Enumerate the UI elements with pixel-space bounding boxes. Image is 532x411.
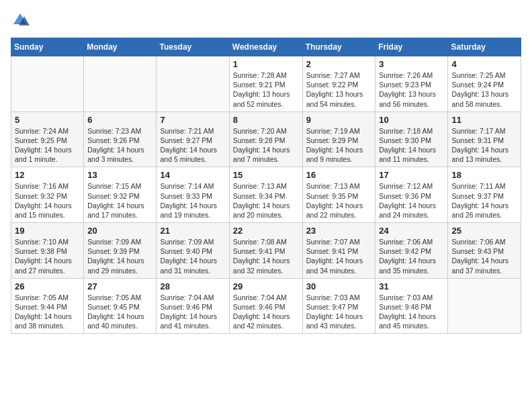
calendar-cell: 18Sunrise: 7:11 AMSunset: 9:37 PMDayligh… (448, 167, 521, 223)
calendar-cell: 2Sunrise: 7:27 AMSunset: 9:22 PMDaylight… (302, 56, 375, 112)
day-number: 9 (306, 115, 372, 125)
day-info: Sunrise: 7:18 AMSunset: 9:30 PMDaylight:… (379, 126, 444, 165)
calendar-cell: 8Sunrise: 7:20 AMSunset: 9:28 PMDaylight… (229, 111, 302, 167)
calendar-cell (11, 56, 84, 112)
calendar-cell: 19Sunrise: 7:10 AMSunset: 9:38 PMDayligh… (11, 223, 84, 279)
day-info: Sunrise: 7:21 AMSunset: 9:27 PMDaylight:… (160, 126, 225, 165)
day-info: Sunrise: 7:24 AMSunset: 9:25 PMDaylight:… (15, 126, 80, 165)
day-info: Sunrise: 7:25 AMSunset: 9:24 PMDaylight:… (451, 71, 517, 109)
day-info: Sunrise: 7:16 AMSunset: 9:32 PMDaylight:… (15, 181, 80, 220)
calendar-cell: 30Sunrise: 7:03 AMSunset: 9:47 PMDayligh… (302, 278, 375, 334)
day-number: 26 (15, 281, 80, 291)
day-number: 30 (306, 281, 372, 291)
day-number: 12 (15, 170, 80, 180)
day-info: Sunrise: 7:12 AMSunset: 9:36 PMDaylight:… (379, 181, 444, 220)
calendar-week-row: 5Sunrise: 7:24 AMSunset: 9:25 PMDaylight… (11, 111, 521, 167)
calendar-table: SundayMondayTuesdayWednesdayThursdayFrid… (11, 38, 521, 334)
day-number: 15 (233, 170, 299, 180)
day-info: Sunrise: 7:05 AMSunset: 9:45 PMDaylight:… (87, 293, 152, 331)
calendar-cell: 5Sunrise: 7:24 AMSunset: 9:25 PMDaylight… (11, 111, 84, 167)
calendar-cell: 10Sunrise: 7:18 AMSunset: 9:30 PMDayligh… (375, 111, 448, 167)
day-number: 8 (233, 115, 299, 125)
weekday-header: Monday (84, 38, 157, 56)
calendar-cell: 31Sunrise: 7:03 AMSunset: 9:48 PMDayligh… (375, 278, 448, 334)
day-number: 23 (306, 226, 372, 236)
day-number: 1 (233, 59, 299, 69)
day-info: Sunrise: 7:26 AMSunset: 9:23 PMDaylight:… (379, 71, 444, 109)
day-info: Sunrise: 7:04 AMSunset: 9:46 PMDaylight:… (233, 293, 299, 331)
day-info: Sunrise: 7:19 AMSunset: 9:29 PMDaylight:… (306, 126, 372, 165)
calendar-cell: 1Sunrise: 7:28 AMSunset: 9:21 PMDaylight… (229, 56, 302, 112)
calendar-week-row: 19Sunrise: 7:10 AMSunset: 9:38 PMDayligh… (11, 223, 521, 279)
calendar-cell: 20Sunrise: 7:09 AMSunset: 9:39 PMDayligh… (84, 223, 157, 279)
day-info: Sunrise: 7:09 AMSunset: 9:40 PMDaylight:… (160, 237, 225, 275)
calendar-cell: 29Sunrise: 7:04 AMSunset: 9:46 PMDayligh… (229, 278, 302, 334)
calendar-cell: 6Sunrise: 7:23 AMSunset: 9:26 PMDaylight… (84, 111, 157, 167)
calendar-cell: 27Sunrise: 7:05 AMSunset: 9:45 PMDayligh… (84, 278, 157, 334)
day-info: Sunrise: 7:05 AMSunset: 9:44 PMDaylight:… (15, 293, 80, 331)
day-number: 3 (379, 59, 444, 69)
calendar-cell: 9Sunrise: 7:19 AMSunset: 9:29 PMDaylight… (302, 111, 375, 167)
calendar-cell: 12Sunrise: 7:16 AMSunset: 9:32 PMDayligh… (11, 167, 84, 223)
calendar-cell: 16Sunrise: 7:13 AMSunset: 9:35 PMDayligh… (302, 167, 375, 223)
day-info: Sunrise: 7:28 AMSunset: 9:21 PMDaylight:… (233, 71, 299, 109)
day-number: 14 (160, 170, 225, 180)
day-info: Sunrise: 7:03 AMSunset: 9:47 PMDaylight:… (306, 293, 372, 331)
day-info: Sunrise: 7:17 AMSunset: 9:31 PMDaylight:… (451, 126, 517, 165)
weekday-header: Saturday (448, 38, 521, 56)
day-number: 20 (87, 226, 152, 236)
weekday-header-row: SundayMondayTuesdayWednesdayThursdayFrid… (11, 38, 521, 56)
day-info: Sunrise: 7:23 AMSunset: 9:26 PMDaylight:… (87, 126, 152, 165)
weekday-header: Thursday (302, 38, 375, 56)
weekday-header: Friday (375, 38, 448, 56)
day-info: Sunrise: 7:06 AMSunset: 9:43 PMDaylight:… (451, 237, 517, 275)
day-number: 24 (379, 226, 444, 236)
calendar-week-row: 12Sunrise: 7:16 AMSunset: 9:32 PMDayligh… (11, 167, 521, 223)
day-info: Sunrise: 7:20 AMSunset: 9:28 PMDaylight:… (233, 126, 299, 165)
day-info: Sunrise: 7:15 AMSunset: 9:32 PMDaylight:… (87, 181, 152, 220)
calendar-cell: 23Sunrise: 7:07 AMSunset: 9:41 PMDayligh… (302, 223, 375, 279)
calendar-cell (84, 56, 157, 112)
day-number: 21 (160, 226, 225, 236)
calendar-cell: 7Sunrise: 7:21 AMSunset: 9:27 PMDaylight… (157, 111, 229, 167)
day-number: 28 (160, 281, 225, 291)
calendar-cell (448, 278, 521, 334)
day-number: 13 (87, 170, 152, 180)
day-number: 19 (15, 226, 80, 236)
day-info: Sunrise: 7:27 AMSunset: 9:22 PMDaylight:… (306, 71, 372, 109)
day-info: Sunrise: 7:09 AMSunset: 9:39 PMDaylight:… (87, 237, 152, 275)
weekday-header: Tuesday (157, 38, 229, 56)
day-number: 29 (233, 281, 299, 291)
calendar-cell: 28Sunrise: 7:04 AMSunset: 9:46 PMDayligh… (157, 278, 229, 334)
weekday-header: Sunday (11, 38, 84, 56)
calendar-cell: 15Sunrise: 7:13 AMSunset: 9:34 PMDayligh… (229, 167, 302, 223)
day-info: Sunrise: 7:08 AMSunset: 9:41 PMDaylight:… (233, 237, 299, 275)
day-info: Sunrise: 7:10 AMSunset: 9:38 PMDaylight:… (15, 237, 80, 275)
day-number: 2 (306, 59, 372, 69)
day-number: 25 (451, 226, 517, 236)
logo-icon (11, 11, 30, 30)
day-number: 17 (379, 170, 444, 180)
day-number: 11 (451, 115, 517, 125)
calendar-week-row: 1Sunrise: 7:28 AMSunset: 9:21 PMDaylight… (11, 56, 521, 112)
calendar-week-row: 26Sunrise: 7:05 AMSunset: 9:44 PMDayligh… (11, 278, 521, 334)
calendar-cell: 22Sunrise: 7:08 AMSunset: 9:41 PMDayligh… (229, 223, 302, 279)
calendar-cell: 14Sunrise: 7:14 AMSunset: 9:33 PMDayligh… (157, 167, 229, 223)
page-header (11, 11, 521, 30)
calendar-cell: 26Sunrise: 7:05 AMSunset: 9:44 PMDayligh… (11, 278, 84, 334)
calendar-cell: 24Sunrise: 7:06 AMSunset: 9:42 PMDayligh… (375, 223, 448, 279)
calendar-cell (157, 56, 229, 112)
day-number: 10 (379, 115, 444, 125)
day-number: 18 (451, 170, 517, 180)
day-info: Sunrise: 7:14 AMSunset: 9:33 PMDaylight:… (160, 181, 225, 220)
day-number: 16 (306, 170, 372, 180)
day-info: Sunrise: 7:06 AMSunset: 9:42 PMDaylight:… (379, 237, 444, 275)
calendar-cell: 21Sunrise: 7:09 AMSunset: 9:40 PMDayligh… (157, 223, 229, 279)
day-number: 27 (87, 281, 152, 291)
day-number: 31 (379, 281, 444, 291)
day-info: Sunrise: 7:04 AMSunset: 9:46 PMDaylight:… (160, 293, 225, 331)
calendar-cell: 4Sunrise: 7:25 AMSunset: 9:24 PMDaylight… (448, 56, 521, 112)
logo (11, 11, 31, 30)
day-info: Sunrise: 7:11 AMSunset: 9:37 PMDaylight:… (451, 181, 517, 220)
calendar-cell: 17Sunrise: 7:12 AMSunset: 9:36 PMDayligh… (375, 167, 448, 223)
